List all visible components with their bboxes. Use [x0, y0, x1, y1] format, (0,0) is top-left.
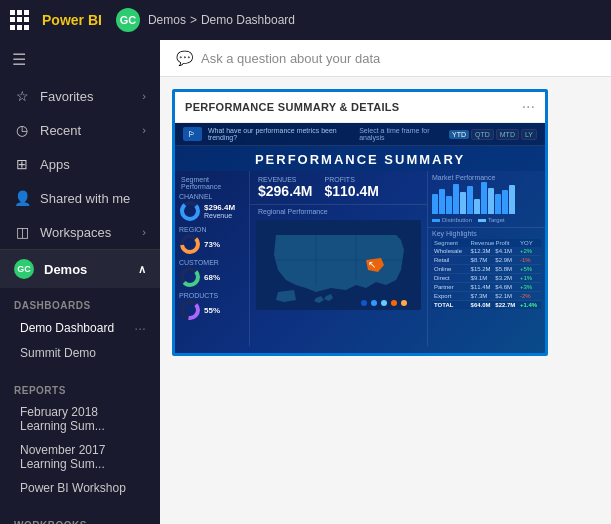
apps-icon: ⊞	[14, 156, 30, 172]
channel-label: CHANNEL	[179, 193, 245, 200]
avatar[interactable]: GC	[116, 8, 140, 32]
sidebar: ☰ ☆ Favorites › ◷ Recent › ⊞ Apps 👤	[0, 40, 160, 524]
bar-5	[460, 192, 466, 214]
channel-donut	[179, 200, 201, 222]
qa-placeholder: Ask a question about your data	[201, 51, 380, 66]
table-row: Partner $11.4M $4.6M +3%	[432, 283, 541, 292]
filter-label: Select a time frame for analysis	[359, 127, 447, 141]
segment-performance-label: Segment Performance	[181, 176, 243, 190]
demos-section: GC Demos ∧ DASHBOARDS Demo Dashboard ···…	[0, 249, 160, 524]
sidebar-item-favorites[interactable]: ☆ Favorites ›	[0, 79, 160, 113]
qtd-button[interactable]: QTD	[471, 129, 494, 140]
svg-point-19	[371, 300, 377, 306]
ly-button[interactable]: LY	[521, 129, 537, 140]
topbar: Power BI GC Demos > Demo Dashboard	[0, 0, 611, 40]
hamburger-button[interactable]: ☰	[0, 40, 160, 79]
region-label: REGION	[179, 226, 245, 233]
app-logo: Power BI	[42, 12, 102, 28]
us-map: ↖	[250, 218, 427, 316]
dashboards-header: DASHBOARDS	[0, 296, 160, 315]
tile-header: PERFORMANCE SUMMARY & DETAILS ···	[175, 92, 545, 123]
bar-8	[481, 182, 487, 214]
revenues-metric: REVENUES $296.4M	[258, 176, 312, 199]
workspaces-icon: ◫	[14, 224, 30, 240]
table-total-row: TOTAL $64.0M $22.7M +1.4%	[432, 301, 541, 309]
workbooks-header: WORKBOOKS	[0, 516, 160, 524]
customer-label: CUSTOMER	[179, 259, 245, 266]
regional-perf-label: Regional Performance	[250, 205, 427, 218]
table-row: Online $15.2M $5.8M +5%	[432, 265, 541, 274]
recent-icon: ◷	[14, 122, 30, 138]
favorites-icon: ☆	[14, 88, 30, 104]
demos-header[interactable]: GC Demos ∧	[0, 250, 160, 288]
sidebar-item-report-1[interactable]: November 2017 Learning Sum...	[0, 438, 160, 476]
demos-avatar: GC	[14, 259, 34, 279]
bar-6	[467, 186, 473, 214]
tile-menu-button[interactable]: ···	[522, 98, 535, 116]
customer-donut	[179, 266, 201, 288]
sidebar-item-summit-demo[interactable]: Summit Demo	[0, 341, 160, 365]
table-row: Export $7.3M $2.1M -2%	[432, 292, 541, 301]
waffle-icon[interactable]	[10, 10, 30, 30]
sidebar-item-report-0[interactable]: February 2018 Learning Sum...	[0, 400, 160, 438]
dashboards-section: DASHBOARDS Demo Dashboard ··· Summit Dem…	[0, 288, 160, 373]
workbooks-section: WORKBOOKS You have no workbooks	[0, 508, 160, 524]
products-donut	[179, 299, 201, 321]
bar-2	[439, 189, 445, 214]
item-menu-dots[interactable]: ···	[134, 320, 146, 336]
tile-title: PERFORMANCE SUMMARY & DETAILS	[185, 101, 399, 113]
bar-10	[495, 194, 501, 214]
profits-metric: PROFITS $110.4M	[324, 176, 378, 199]
bar-11	[502, 190, 508, 214]
svg-point-22	[401, 300, 407, 306]
perf-flag-text: What have our performance metrics been t…	[208, 127, 359, 141]
reports-header: REPORTS	[0, 381, 160, 400]
dashboard-area: PERFORMANCE SUMMARY & DETAILS ··· 🏳 What…	[160, 77, 611, 524]
table-row: Direct $9.1M $3.2M +1%	[432, 274, 541, 283]
mtd-button[interactable]: MTD	[496, 129, 519, 140]
sidebar-item-demo-dashboard[interactable]: Demo Dashboard ···	[0, 315, 160, 341]
bar-4	[453, 184, 459, 214]
table-row: Retail $8.7M $2.9M -1%	[432, 256, 541, 265]
bar-3	[446, 196, 452, 214]
ytd-button[interactable]: YTD	[449, 130, 469, 139]
shared-icon: 👤	[14, 190, 30, 206]
sidebar-item-workspaces[interactable]: ◫ Workspaces ›	[0, 215, 160, 249]
content-area: 💬 Ask a question about your data PERFORM…	[160, 40, 611, 524]
market-perf-label: Market Performance	[432, 174, 541, 181]
performance-viz: 🏳 What have our performance metrics been…	[175, 123, 545, 353]
svg-marker-9	[274, 235, 404, 292]
reports-section: REPORTS February 2018 Learning Sum... No…	[0, 373, 160, 508]
bar-7	[474, 199, 480, 214]
table-row: Wholesale $12.3M $4.1M +2%	[432, 247, 541, 256]
svg-point-20	[381, 300, 387, 306]
sidebar-item-apps[interactable]: ⊞ Apps	[0, 147, 160, 181]
breadcrumb: Demos > Demo Dashboard	[148, 13, 295, 27]
bar-9	[488, 188, 494, 214]
svg-point-18	[361, 300, 367, 306]
bar-12	[509, 185, 515, 214]
region-donut	[179, 233, 201, 255]
sidebar-item-report-2[interactable]: Power BI Workshop	[0, 476, 160, 500]
key-highlights: Key Highlights Segment Revenue Profit YO…	[428, 228, 545, 311]
main-layout: ☰ ☆ Favorites › ◷ Recent › ⊞ Apps 👤	[0, 40, 611, 524]
performance-tile: PERFORMANCE SUMMARY & DETAILS ··· 🏳 What…	[172, 89, 548, 356]
products-label: PRODUCTS	[179, 292, 245, 299]
svg-text:↖: ↖	[368, 259, 376, 270]
qa-icon: 💬	[176, 50, 193, 66]
perf-summary-title: PERFORMANCE SUMMARY	[175, 146, 545, 171]
qa-bar[interactable]: 💬 Ask a question about your data	[160, 40, 611, 77]
sidebar-item-recent[interactable]: ◷ Recent ›	[0, 113, 160, 147]
svg-point-21	[391, 300, 397, 306]
bar-1	[432, 194, 438, 214]
sidebar-item-shared[interactable]: 👤 Shared with me	[0, 181, 160, 215]
